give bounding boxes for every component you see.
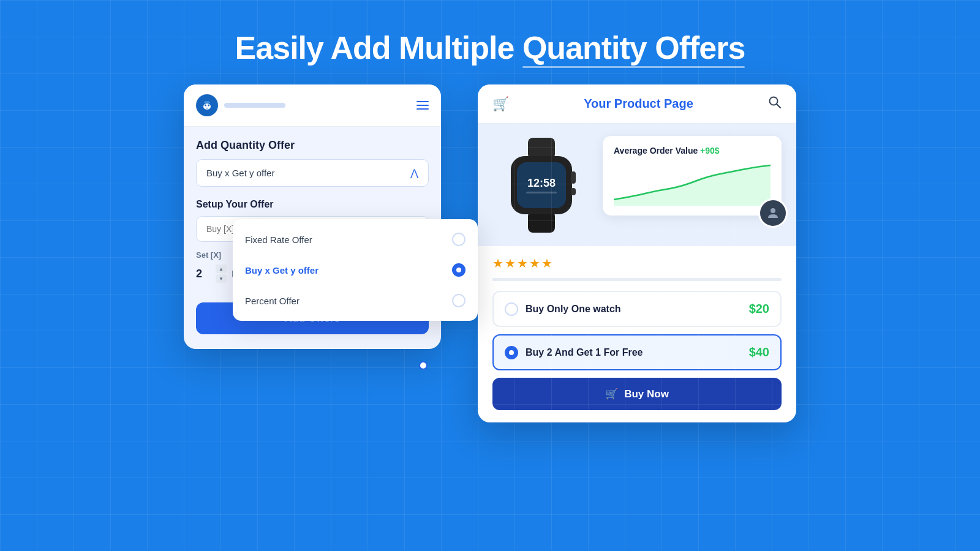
product-area: 12:58 Average Order Value +90$ (478, 124, 796, 246)
header-bar (224, 103, 285, 108)
offer-name-2: Buy 2 And Get 1 For Free (526, 347, 643, 358)
dropdown-item-fixed-rate[interactable]: Fixed Rate Offer (233, 224, 478, 255)
cart-btn-icon: 🛒 (605, 388, 618, 400)
chart-area (614, 163, 771, 206)
svg-point-2 (205, 105, 206, 107)
panels-container: Add Quantity Offer Buy x Get y offer ⋀ S… (0, 84, 980, 422)
aov-value: +90$ (700, 146, 720, 156)
offer-option-1-left: Buy Only One watch (505, 302, 621, 316)
setup-title: Setup Your Offer (196, 199, 429, 210)
svg-rect-12 (571, 171, 576, 184)
connector-dot (419, 361, 428, 370)
buy-now-button[interactable]: 🛒 Buy Now (492, 378, 782, 410)
left-panel: Add Quantity Offer Buy x Get y offer ⋀ S… (184, 84, 441, 349)
product-page-title: Your Product Page (584, 97, 693, 111)
radio-buy-x-get-y[interactable] (452, 263, 466, 277)
right-panel: 🛒 Your Product Page (478, 84, 796, 422)
aov-card: Average Order Value +90$ (603, 136, 782, 216)
svg-rect-6 (528, 138, 555, 159)
logo-icon (196, 94, 218, 116)
offer-price-2: $40 (749, 345, 769, 359)
offer-radio-2[interactable] (505, 346, 518, 359)
radio-percent-offer[interactable] (452, 294, 466, 307)
product-bottom: ★★★★★ Buy Only One watch $20 Buy 2 And G… (478, 246, 796, 422)
avatar-icon (758, 198, 788, 228)
set-x-value: 2 (196, 268, 211, 280)
dropdown-item-percent-offer[interactable]: Percent Offer (233, 285, 478, 316)
radio-fixed-rate[interactable] (452, 233, 466, 246)
header-left (196, 94, 285, 116)
set-x-up[interactable]: ▲ (216, 264, 227, 273)
offer-option-2[interactable]: Buy 2 And Get 1 For Free $40 (492, 334, 782, 370)
panel-header (184, 84, 441, 127)
main-heading: Easily Add Multiple Quantity Offers (0, 29, 980, 66)
star-rating: ★★★★★ (492, 256, 782, 271)
search-icon[interactable] (768, 96, 782, 112)
rating-bar (492, 278, 782, 281)
svg-rect-13 (571, 188, 576, 195)
offer-price-1: $20 (749, 302, 769, 316)
cart-icon: 🛒 (492, 96, 509, 112)
add-quantity-title: Add Quantity Offer (196, 139, 429, 152)
dropdown-value: Buy x Get y offer (206, 168, 274, 178)
aov-title: Average Order Value +90$ (614, 146, 771, 156)
offer-option-2-left: Buy 2 And Get 1 For Free (505, 346, 643, 359)
svg-rect-11 (526, 192, 557, 193)
svg-rect-7 (528, 211, 555, 233)
svg-point-14 (771, 208, 775, 213)
chevron-up-icon: ⋀ (410, 167, 418, 179)
buy-now-label: Buy Now (624, 388, 669, 400)
offer-radio-1[interactable] (505, 302, 518, 316)
dropdown-item-buy-x-get-y[interactable]: Buy x Get y offer (233, 255, 478, 285)
svg-line-5 (777, 104, 780, 108)
watch-image: 12:58 (492, 136, 590, 234)
hamburger-icon[interactable] (417, 101, 429, 110)
offer-type-dropdown[interactable]: Buy x Get y offer ⋀ (196, 159, 429, 187)
set-x-down[interactable]: ▼ (216, 274, 227, 283)
product-header: 🛒 Your Product Page (478, 84, 796, 124)
svg-point-3 (208, 105, 209, 107)
page-title-section: Easily Add Multiple Quantity Offers (0, 0, 980, 84)
svg-text:12:58: 12:58 (527, 177, 556, 189)
dropdown-menu: Fixed Rate Offer Buy x Get y offer Perce… (233, 219, 478, 321)
rating-bar-fill (492, 278, 782, 281)
set-x-stepper[interactable]: ▲ ▼ (216, 264, 227, 283)
offer-name-1: Buy Only One watch (526, 304, 621, 315)
offer-option-1[interactable]: Buy Only One watch $20 (492, 291, 782, 327)
